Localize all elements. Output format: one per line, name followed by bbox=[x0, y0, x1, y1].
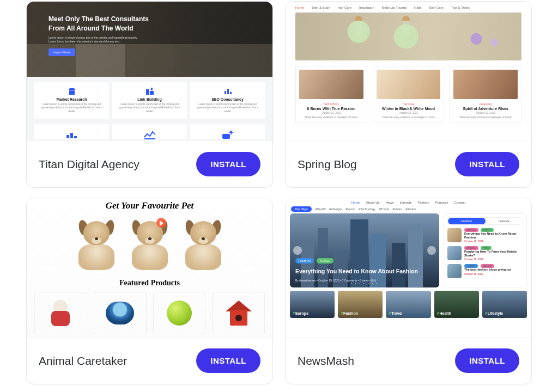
theme-card-titan: Meet Only The Best Consultants From All … bbox=[26, 1, 273, 188]
spring-post-0: Bath & Body It Burns With True Passion O… bbox=[295, 66, 367, 122]
theme-title-titan: Titan Digital Agency bbox=[39, 158, 140, 171]
titan-hero-sub: Lorem ipsum is simply dummy text of the … bbox=[48, 36, 141, 44]
theme-title-animal: Animal Caretaker bbox=[39, 354, 127, 367]
newsmash-hero-headline: Everything You Need to Know About Fashio… bbox=[295, 268, 418, 274]
dog-row bbox=[27, 211, 272, 270]
product-fishbowl bbox=[94, 292, 147, 334]
titan-cta: Learn More bbox=[48, 48, 75, 56]
spring-post-1: Hair Care Winter in Black& White Mood Oc… bbox=[373, 66, 445, 122]
theme-preview-spring[interactable]: HomeBath & Body Hair CareInspiration Mak… bbox=[286, 2, 531, 141]
ranking-icon bbox=[39, 131, 105, 139]
theme-title-newsmash: NewsMash bbox=[298, 354, 354, 367]
product-birdhouse bbox=[212, 292, 265, 334]
newsmash-hero: FASHION TRAVEL Everything You Need to Kn… bbox=[290, 213, 439, 287]
analytics-icon bbox=[117, 131, 183, 139]
spring-hero-image bbox=[295, 13, 521, 60]
growth-icon bbox=[195, 131, 260, 139]
theme-preview-titan[interactable]: Meet Only The Best Consultants From All … bbox=[27, 2, 272, 141]
carousel-prev-icon bbox=[293, 246, 302, 255]
install-button-newsmash[interactable]: INSTALL bbox=[455, 348, 519, 373]
feature-label-1: Link Building bbox=[117, 97, 183, 101]
theme-preview-newsmash[interactable]: HomeAbout Us NewsLifestyle FashionFeatur… bbox=[286, 198, 531, 338]
link-building-icon bbox=[117, 88, 183, 95]
titan-hero-title-1: Meet Only The Best Consultants bbox=[48, 15, 149, 23]
svg-rect-2 bbox=[230, 92, 232, 94]
carousel-dots: • • • • • • • bbox=[351, 282, 379, 285]
svg-rect-0 bbox=[225, 91, 226, 94]
feature-label-0: Market Research bbox=[39, 97, 105, 101]
svg-rect-3 bbox=[66, 135, 69, 138]
svg-rect-6 bbox=[222, 134, 230, 139]
carousel-next-icon bbox=[427, 246, 436, 255]
install-button-titan[interactable]: INSTALL bbox=[196, 152, 260, 176]
spring-nav: HomeBath & Body Hair CareInspiration Mak… bbox=[295, 5, 521, 13]
animal-hero-title: Get Your Favourite Pet bbox=[27, 198, 272, 211]
newsmash-nav: HomeAbout Us NewsLifestyle FashionFeatur… bbox=[290, 199, 527, 206]
svg-rect-1 bbox=[227, 89, 229, 94]
product-teddy bbox=[34, 292, 87, 334]
newsmash-sidebar: Fashion Lifestyle FASHION TRAVEL Everyth… bbox=[444, 213, 527, 287]
spring-post-2: Inspiration Spirit of Adventure Rises Oc… bbox=[450, 66, 521, 122]
theme-card-animal: Get Your Favourite Pet Featured Products… bbox=[26, 198, 273, 384]
svg-rect-4 bbox=[70, 133, 73, 138]
titan-hero-title-2: From All Around The World bbox=[48, 24, 134, 32]
theme-card-newsmash: HomeAbout Us NewsLifestyle FashionFeatur… bbox=[285, 198, 532, 384]
theme-title-spring: Spring Blog bbox=[298, 158, 357, 171]
feature-label-2: SEO Consultancy bbox=[195, 97, 260, 101]
market-research-icon bbox=[39, 88, 105, 95]
newsmash-categories: Europe Fashion Travel Health Lifestyle bbox=[290, 291, 527, 318]
animal-subtitle: Featured Products bbox=[27, 279, 272, 287]
product-ball bbox=[153, 292, 206, 334]
theme-preview-animal[interactable]: Get Your Favourite Pet Featured Products bbox=[27, 198, 272, 338]
top-tags-bar: Top Tags #Health #Lifestyle #Music #Tech… bbox=[291, 207, 527, 211]
theme-card-spring: HomeBath & Body Hair CareInspiration Mak… bbox=[285, 1, 532, 188]
seo-consultancy-icon bbox=[195, 88, 260, 95]
install-button-animal[interactable]: INSTALL bbox=[196, 348, 260, 373]
svg-rect-5 bbox=[74, 136, 77, 138]
install-button-spring[interactable]: INSTALL bbox=[455, 152, 519, 176]
